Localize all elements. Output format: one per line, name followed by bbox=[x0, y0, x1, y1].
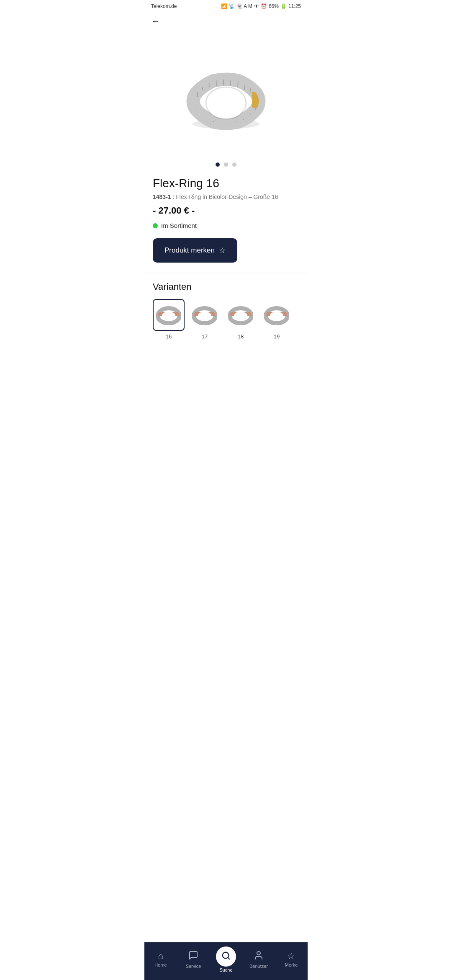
eye-icon: 👁 bbox=[254, 3, 259, 9]
variant-item-17[interactable]: 17 bbox=[189, 299, 221, 340]
product-info: Flex-Ring 16 1483-1 : Flex-Ring in Bicol… bbox=[144, 175, 308, 263]
alarm-icon: ⏰ bbox=[261, 3, 267, 9]
time-text: 11:25 bbox=[288, 3, 301, 9]
variants-section: Varianten 16 bbox=[144, 281, 308, 340]
product-price: - 27.00 € - bbox=[153, 205, 299, 216]
dot-1[interactable] bbox=[216, 162, 220, 167]
svg-point-27 bbox=[162, 312, 175, 320]
svg-point-39 bbox=[270, 312, 283, 320]
variant-label-18: 18 bbox=[238, 333, 244, 340]
stock-status: Im Sortiment bbox=[153, 222, 299, 229]
carrier-text: Telekom.de bbox=[151, 3, 177, 9]
star-outline-icon: ☆ bbox=[219, 246, 226, 255]
pagination-dots bbox=[144, 157, 308, 175]
variant-ring-18 bbox=[228, 305, 253, 325]
variant-img-box-18 bbox=[225, 299, 257, 331]
bookmark-label: Produkt merken bbox=[164, 246, 215, 255]
header: ← bbox=[144, 11, 308, 32]
divider bbox=[144, 273, 308, 273]
variant-item-19[interactable]: 19 bbox=[261, 299, 293, 340]
sku-number: 1483-1 bbox=[153, 193, 171, 200]
dot-3[interactable] bbox=[232, 162, 236, 167]
back-button[interactable]: ← bbox=[151, 14, 164, 28]
variants-title: Varianten bbox=[153, 281, 299, 292]
variant-img-box-16 bbox=[153, 299, 185, 331]
status-right: 📶 📡 👻 A M 👁 ⏰ 66% 🔋 11:25 bbox=[221, 3, 301, 9]
variant-item-18[interactable]: 18 bbox=[225, 299, 257, 340]
bookmark-button[interactable]: Produkt merken ☆ bbox=[153, 238, 237, 263]
stock-indicator bbox=[153, 223, 158, 228]
battery-icon: 🔋 bbox=[280, 3, 287, 9]
product-image bbox=[172, 42, 280, 151]
svg-point-35 bbox=[234, 312, 247, 320]
sku-desc: Flex-Ring in Bicolor-Design – Größe 16 bbox=[176, 193, 278, 200]
svg-point-31 bbox=[198, 312, 211, 320]
status-icons: 📶 📡 👻 A M bbox=[221, 3, 252, 9]
variant-ring-19 bbox=[264, 305, 289, 325]
variants-next-arrow[interactable]: › bbox=[298, 313, 299, 326]
variant-label-16: 16 bbox=[166, 333, 172, 340]
variant-img-box-19 bbox=[261, 299, 293, 331]
product-title: Flex-Ring 16 bbox=[153, 177, 299, 190]
variant-label-19: 19 bbox=[274, 333, 280, 340]
variant-ring-17 bbox=[192, 305, 217, 325]
variant-item-16[interactable]: 16 bbox=[153, 299, 185, 340]
product-sku: 1483-1 : Flex-Ring in Bicolor-Design – G… bbox=[153, 193, 299, 200]
variants-row: 16 17 bbox=[153, 299, 299, 340]
status-bar: Telekom.de 📶 📡 👻 A M 👁 ⏰ 66% 🔋 11:25 bbox=[144, 0, 308, 11]
variant-label-17: 17 bbox=[202, 333, 208, 340]
battery-text: 66% bbox=[269, 3, 279, 9]
variant-ring-16 bbox=[156, 305, 181, 325]
dot-2[interactable] bbox=[224, 162, 228, 167]
variant-img-box-17 bbox=[189, 299, 221, 331]
stock-label: Im Sortiment bbox=[161, 222, 197, 229]
product-image-container bbox=[144, 32, 308, 157]
